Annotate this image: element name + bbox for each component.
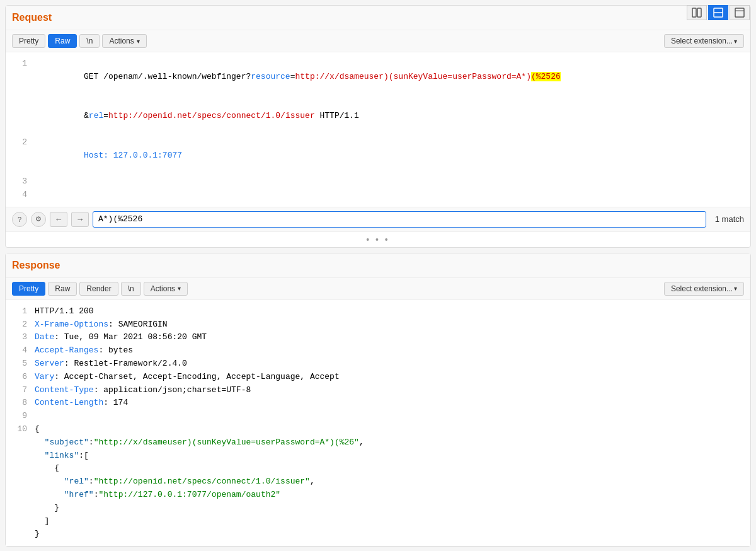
response-line-close-brace: } [6,528,750,541]
search-bar: ? ⚙ ← → 1 match [6,207,750,232]
response-title: Response [12,257,60,274]
line-number: 8 [12,397,27,410]
response-line-2: 2 X-Frame-Options: SAMEORIGIN [6,318,750,332]
search-prev-button[interactable]: ← [50,212,67,227]
view-preview-button[interactable] [730,5,750,20]
response-line-links: "links":[ [6,450,750,463]
line-number [12,528,27,541]
view-single-button[interactable] [708,5,728,20]
svg-rect-0 [692,8,696,17]
line-number [12,96,27,136]
request-code-area: 1 GET /openam/.well-known/webfinger?reso… [6,52,750,207]
response-line-close-brace-inner: } [6,502,750,515]
response-tab-n[interactable]: \n [121,282,141,296]
actions-chevron-icon: ▾ [137,38,140,45]
line-number: 2 [12,136,27,175]
line-number [12,462,27,475]
request-toolbar: Pretty Raw \n Actions ▾ Select extension… [6,30,750,52]
response-line-8: 8 Content-Length: 174 [6,397,750,410]
line-number: 3 [12,331,27,344]
request-panel: Request Pretty Raw \n Actions ▾ Select e… [5,5,751,248]
response-header: Response [6,253,750,278]
line-number: 6 [12,371,27,384]
request-tab-pretty[interactable]: Pretty [12,34,45,48]
response-tab-pretty[interactable]: Pretty [12,282,45,296]
line-number: 4 [12,188,27,202]
view-split-button[interactable] [687,5,707,20]
request-line-2: 2 Host: 127.0.0.1:7077 [6,136,750,175]
search-next-button[interactable]: → [71,212,89,227]
response-actions-chevron-icon: ▾ [178,285,181,292]
response-toolbar: Pretty Raw Render \n Actions ▾ Select ex… [6,278,750,300]
search-help-button[interactable]: ? [12,212,27,227]
response-code-area: 1 HTTP/1.1 200 2 X-Frame-Options: SAMEOR… [6,300,750,546]
search-settings-button[interactable]: ⚙ [31,212,46,227]
request-tab-raw[interactable]: Raw [48,34,77,48]
response-panel: Response Pretty Raw Render \n Actions ▾ … [5,253,751,547]
response-line-6: 6 Vary: Accept-Charset, Accept-Encoding,… [6,371,750,384]
line-number: 10 [12,423,27,436]
response-line-href: "href":"http://127.0.0.1:7077/openam/oau… [6,489,750,502]
search-input[interactable] [93,211,706,228]
svg-rect-4 [735,8,744,17]
svg-rect-1 [697,8,701,17]
request-select-extension[interactable]: Select extension... ▾ [664,34,744,48]
response-line-close-bracket: ] [6,515,750,528]
line-number: 5 [12,357,27,371]
response-line-5: 5 Server: Restlet-Framework/2.4.0 [6,357,750,371]
line-number [12,436,27,450]
response-line-subject: "subject":"http://x/dsameuser)(sunKeyVal… [6,436,750,450]
line-number: 9 [12,410,27,423]
response-line-9: 9 [6,410,750,423]
request-title: Request [12,9,52,26]
request-header: Request [6,6,750,30]
response-line-4: 4 Accept-Ranges: bytes [6,344,750,357]
response-line-3: 3 Date: Tue, 09 Mar 2021 08:56:20 GMT [6,331,750,344]
request-tab-actions[interactable]: Actions ▾ [102,34,146,48]
line-number: 1 [12,305,27,318]
response-tab-actions[interactable]: Actions ▾ [144,282,188,296]
request-tab-n[interactable]: \n [79,34,100,48]
response-tab-raw[interactable]: Raw [48,282,77,296]
line-number: 1 [12,57,27,96]
line-number: 7 [12,384,27,397]
request-line-4: 4 [6,188,750,202]
response-select-ext-chevron-icon: ▾ [734,285,737,292]
response-line-1: 1 HTTP/1.1 200 [6,305,750,318]
response-line-7: 7 Content-Type: application/json;charset… [6,384,750,397]
request-line-3: 3 [6,175,750,188]
line-number: 4 [12,344,27,357]
line-number: 3 [12,175,27,188]
response-line-10: 10 { [6,423,750,436]
line-number [12,502,27,515]
line-number [12,489,27,502]
line-number [12,515,27,528]
request-line-1: 1 GET /openam/.well-known/webfinger?reso… [6,57,750,96]
line-number [12,475,27,489]
response-line-open-brace: { [6,462,750,475]
select-ext-chevron-icon: ▾ [734,38,737,45]
response-select-extension[interactable]: Select extension... ▾ [664,282,744,296]
divider: • • • [6,232,750,247]
line-number [12,450,27,463]
match-count: 1 match [715,214,744,224]
request-line-1-cont: &rel=http://openid.net/specs/connect/1.0… [6,96,750,136]
line-number: 2 [12,318,27,332]
response-tab-render[interactable]: Render [79,282,118,296]
response-line-rel: "rel":"http://openid.net/specs/connect/1… [6,475,750,489]
